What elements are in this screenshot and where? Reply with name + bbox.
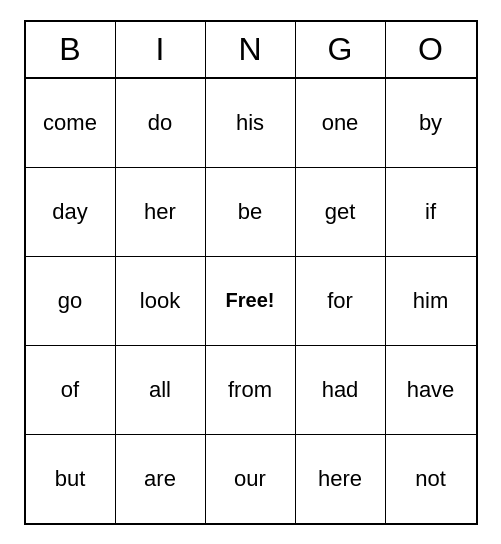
bingo-row-0: comedohisoneby [26, 79, 476, 168]
bingo-cell-0-2: his [206, 79, 296, 167]
bingo-cell-3-3: had [296, 346, 386, 434]
bingo-cell-0-0: come [26, 79, 116, 167]
bingo-cell-0-4: by [386, 79, 476, 167]
bingo-cell-0-1: do [116, 79, 206, 167]
bingo-cell-0-3: one [296, 79, 386, 167]
bingo-cell-1-3: get [296, 168, 386, 256]
header-cell-b: B [26, 22, 116, 77]
bingo-cell-2-3: for [296, 257, 386, 345]
bingo-cell-4-4: not [386, 435, 476, 523]
bingo-cell-1-4: if [386, 168, 476, 256]
bingo-cell-3-2: from [206, 346, 296, 434]
bingo-cell-1-2: be [206, 168, 296, 256]
header-cell-n: N [206, 22, 296, 77]
bingo-cell-2-4: him [386, 257, 476, 345]
bingo-cell-1-0: day [26, 168, 116, 256]
bingo-row-1: dayherbegetif [26, 168, 476, 257]
bingo-cell-4-0: but [26, 435, 116, 523]
bingo-row-4: butareourherenot [26, 435, 476, 523]
bingo-cell-1-1: her [116, 168, 206, 256]
bingo-cell-3-4: have [386, 346, 476, 434]
header-cell-o: O [386, 22, 476, 77]
bingo-card: BINGO comedohisonebydayherbegetifgolookF… [24, 20, 478, 525]
bingo-grid: comedohisonebydayherbegetifgolookFree!fo… [26, 79, 476, 523]
bingo-cell-2-2: Free! [206, 257, 296, 345]
bingo-header: BINGO [26, 22, 476, 79]
bingo-cell-2-0: go [26, 257, 116, 345]
bingo-cell-3-1: all [116, 346, 206, 434]
header-cell-g: G [296, 22, 386, 77]
bingo-cell-2-1: look [116, 257, 206, 345]
bingo-cell-4-1: are [116, 435, 206, 523]
bingo-cell-4-3: here [296, 435, 386, 523]
header-cell-i: I [116, 22, 206, 77]
bingo-cell-3-0: of [26, 346, 116, 434]
bingo-row-2: golookFree!forhim [26, 257, 476, 346]
bingo-row-3: ofallfromhadhave [26, 346, 476, 435]
bingo-cell-4-2: our [206, 435, 296, 523]
